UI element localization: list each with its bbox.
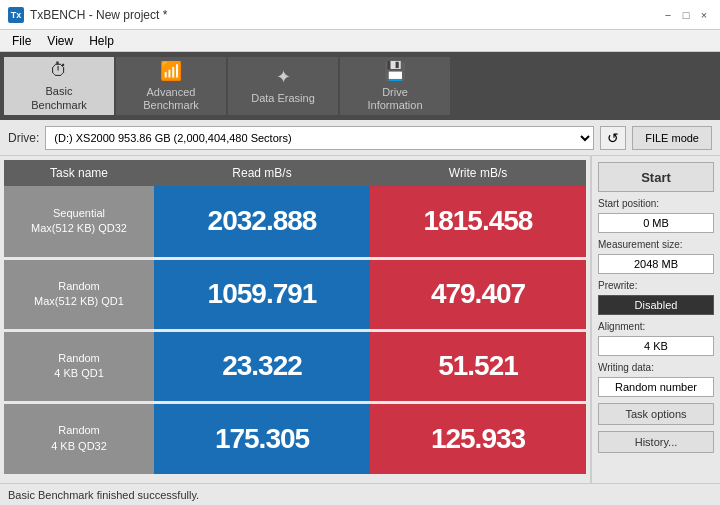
drive-info-icon: 💾 <box>384 60 406 82</box>
row-rand4k-qd32-label: Random 4 KB QD32 <box>4 402 154 474</box>
table-row: Random 4 KB QD1 23.322 51.521 <box>4 330 586 402</box>
toolbar: ⏱ BasicBenchmark 📶 AdvancedBenchmark ✦ D… <box>0 52 720 120</box>
task-options-button[interactable]: Task options <box>598 403 714 425</box>
status-bar: Basic Benchmark finished successfully. <box>0 483 720 505</box>
data-erasing-icon: ✦ <box>276 66 291 88</box>
tab-data-erasing[interactable]: ✦ Data Erasing <box>228 57 338 115</box>
basic-benchmark-icon: ⏱ <box>50 60 68 81</box>
row-seq-read: 2032.888 <box>154 186 370 258</box>
benchmark-table: Task name Read mB/s Write mB/s Sequentia… <box>4 160 586 474</box>
drive-row: Drive: (D:) XS2000 953.86 GB (2,000,404,… <box>0 120 720 156</box>
menu-bar: File View Help <box>0 30 720 52</box>
menu-help[interactable]: Help <box>81 32 122 50</box>
prewrite-value: Disabled <box>598 295 714 315</box>
app-icon: Tx <box>8 7 24 23</box>
col-write: Write mB/s <box>370 160 586 186</box>
file-mode-button[interactable]: FILE mode <box>632 126 712 150</box>
col-taskname: Task name <box>4 160 154 186</box>
alignment-label: Alignment: <box>598 321 714 332</box>
row-rand512-read: 1059.791 <box>154 258 370 330</box>
window-title: TxBENCH - New project * <box>30 8 167 22</box>
row-rand4k-qd1-write: 51.521 <box>370 330 586 402</box>
start-button[interactable]: Start <box>598 162 714 192</box>
writing-data-value: Random number <box>598 377 714 397</box>
status-text: Basic Benchmark finished successfully. <box>8 489 199 501</box>
row-rand512-label: Random Max(512 KB) QD1 <box>4 258 154 330</box>
table-row: Sequential Max(512 KB) QD32 2032.888 181… <box>4 186 586 258</box>
window-controls: − □ × <box>660 7 712 23</box>
drive-refresh-button[interactable]: ↺ <box>600 126 626 150</box>
benchmark-table-area: Task name Read mB/s Write mB/s Sequentia… <box>0 156 590 483</box>
alignment-value: 4 KB <box>598 336 714 356</box>
row-rand4k-qd32-read: 175.305 <box>154 402 370 474</box>
menu-view[interactable]: View <box>39 32 81 50</box>
tab-basic-label: BasicBenchmark <box>31 85 87 111</box>
drive-label: Drive: <box>8 131 39 145</box>
row-seq-write: 1815.458 <box>370 186 586 258</box>
tab-erasing-label: Data Erasing <box>251 92 315 105</box>
table-row: Random 4 KB QD32 175.305 125.933 <box>4 402 586 474</box>
col-read: Read mB/s <box>154 160 370 186</box>
advanced-benchmark-icon: 📶 <box>160 60 182 82</box>
title-bar: Tx TxBENCH - New project * − □ × <box>0 0 720 30</box>
writing-data-label: Writing data: <box>598 362 714 373</box>
main-area: Task name Read mB/s Write mB/s Sequentia… <box>0 156 720 483</box>
tab-advanced-benchmark[interactable]: 📶 AdvancedBenchmark <box>116 57 226 115</box>
title-bar-left: Tx TxBENCH - New project * <box>8 7 167 23</box>
measurement-size-label: Measurement size: <box>598 239 714 250</box>
history-button[interactable]: History... <box>598 431 714 453</box>
row-rand4k-qd1-read: 23.322 <box>154 330 370 402</box>
row-rand4k-qd1-label: Random 4 KB QD1 <box>4 330 154 402</box>
row-rand4k-qd32-write: 125.933 <box>370 402 586 474</box>
measurement-size-value: 2048 MB <box>598 254 714 274</box>
start-position-label: Start position: <box>598 198 714 209</box>
tab-basic-benchmark[interactable]: ⏱ BasicBenchmark <box>4 57 114 115</box>
drive-select[interactable]: (D:) XS2000 953.86 GB (2,000,404,480 Sec… <box>45 126 594 150</box>
menu-file[interactable]: File <box>4 32 39 50</box>
tab-advanced-label: AdvancedBenchmark <box>143 86 199 112</box>
minimize-button[interactable]: − <box>660 7 676 23</box>
prewrite-label: Prewrite: <box>598 280 714 291</box>
close-button[interactable]: × <box>696 7 712 23</box>
tab-drive-information[interactable]: 💾 DriveInformation <box>340 57 450 115</box>
right-panel: Start Start position: 0 MB Measurement s… <box>590 156 720 483</box>
row-seq-label: Sequential Max(512 KB) QD32 <box>4 186 154 258</box>
row-rand512-write: 479.407 <box>370 258 586 330</box>
tab-drive-label: DriveInformation <box>367 86 422 112</box>
table-row: Random Max(512 KB) QD1 1059.791 479.407 <box>4 258 586 330</box>
start-position-value: 0 MB <box>598 213 714 233</box>
maximize-button[interactable]: □ <box>678 7 694 23</box>
